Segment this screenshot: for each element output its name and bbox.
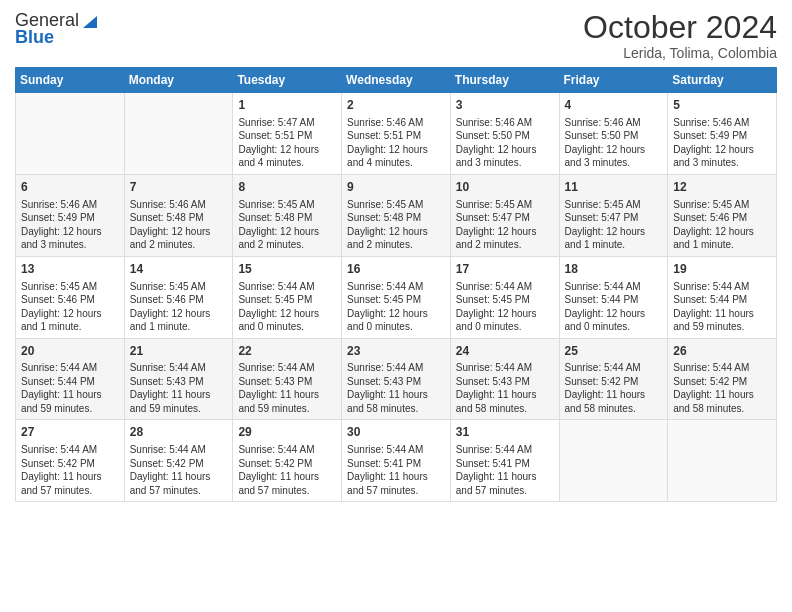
day-info: Sunrise: 5:44 AMSunset: 5:42 PMDaylight:… xyxy=(565,361,663,415)
day-number: 21 xyxy=(130,343,228,360)
calendar-cell: 12Sunrise: 5:45 AMSunset: 5:46 PMDayligh… xyxy=(668,174,777,256)
day-info: Sunrise: 5:45 AMSunset: 5:48 PMDaylight:… xyxy=(238,198,336,252)
day-info: Sunrise: 5:44 AMSunset: 5:45 PMDaylight:… xyxy=(456,280,554,334)
day-info: Sunrise: 5:44 AMSunset: 5:42 PMDaylight:… xyxy=(130,443,228,497)
location: Lerida, Tolima, Colombia xyxy=(583,45,777,61)
logo-icon xyxy=(81,12,99,30)
day-info: Sunrise: 5:45 AMSunset: 5:46 PMDaylight:… xyxy=(21,280,119,334)
calendar-cell: 15Sunrise: 5:44 AMSunset: 5:45 PMDayligh… xyxy=(233,256,342,338)
day-info: Sunrise: 5:44 AMSunset: 5:45 PMDaylight:… xyxy=(347,280,445,334)
calendar-cell: 22Sunrise: 5:44 AMSunset: 5:43 PMDayligh… xyxy=(233,338,342,420)
day-info: Sunrise: 5:47 AMSunset: 5:51 PMDaylight:… xyxy=(238,116,336,170)
day-number: 27 xyxy=(21,424,119,441)
calendar-header-row: SundayMondayTuesdayWednesdayThursdayFrid… xyxy=(16,68,777,93)
day-info: Sunrise: 5:46 AMSunset: 5:50 PMDaylight:… xyxy=(456,116,554,170)
day-info: Sunrise: 5:46 AMSunset: 5:49 PMDaylight:… xyxy=(21,198,119,252)
calendar-cell: 20Sunrise: 5:44 AMSunset: 5:44 PMDayligh… xyxy=(16,338,125,420)
day-number: 7 xyxy=(130,179,228,196)
day-info: Sunrise: 5:46 AMSunset: 5:50 PMDaylight:… xyxy=(565,116,663,170)
month-title: October 2024 xyxy=(583,10,777,45)
day-number: 8 xyxy=(238,179,336,196)
calendar-cell: 17Sunrise: 5:44 AMSunset: 5:45 PMDayligh… xyxy=(450,256,559,338)
calendar-table: SundayMondayTuesdayWednesdayThursdayFrid… xyxy=(15,67,777,502)
calendar-cell: 21Sunrise: 5:44 AMSunset: 5:43 PMDayligh… xyxy=(124,338,233,420)
day-number: 5 xyxy=(673,97,771,114)
day-number: 19 xyxy=(673,261,771,278)
day-number: 25 xyxy=(565,343,663,360)
header-right: October 2024 Lerida, Tolima, Colombia xyxy=(583,10,777,61)
day-number: 3 xyxy=(456,97,554,114)
calendar-cell: 18Sunrise: 5:44 AMSunset: 5:44 PMDayligh… xyxy=(559,256,668,338)
calendar-week-row: 1Sunrise: 5:47 AMSunset: 5:51 PMDaylight… xyxy=(16,93,777,175)
day-info: Sunrise: 5:45 AMSunset: 5:47 PMDaylight:… xyxy=(565,198,663,252)
calendar-day-header: Sunday xyxy=(16,68,125,93)
day-info: Sunrise: 5:44 AMSunset: 5:41 PMDaylight:… xyxy=(347,443,445,497)
calendar-cell: 26Sunrise: 5:44 AMSunset: 5:42 PMDayligh… xyxy=(668,338,777,420)
day-number: 28 xyxy=(130,424,228,441)
day-info: Sunrise: 5:46 AMSunset: 5:51 PMDaylight:… xyxy=(347,116,445,170)
day-number: 30 xyxy=(347,424,445,441)
calendar-cell: 8Sunrise: 5:45 AMSunset: 5:48 PMDaylight… xyxy=(233,174,342,256)
day-number: 17 xyxy=(456,261,554,278)
day-number: 18 xyxy=(565,261,663,278)
day-number: 20 xyxy=(21,343,119,360)
day-number: 14 xyxy=(130,261,228,278)
calendar-cell: 24Sunrise: 5:44 AMSunset: 5:43 PMDayligh… xyxy=(450,338,559,420)
day-info: Sunrise: 5:45 AMSunset: 5:46 PMDaylight:… xyxy=(673,198,771,252)
calendar-day-header: Friday xyxy=(559,68,668,93)
day-info: Sunrise: 5:45 AMSunset: 5:48 PMDaylight:… xyxy=(347,198,445,252)
day-number: 12 xyxy=(673,179,771,196)
calendar-week-row: 13Sunrise: 5:45 AMSunset: 5:46 PMDayligh… xyxy=(16,256,777,338)
day-number: 11 xyxy=(565,179,663,196)
calendar-cell: 2Sunrise: 5:46 AMSunset: 5:51 PMDaylight… xyxy=(342,93,451,175)
calendar-cell xyxy=(668,420,777,502)
day-number: 2 xyxy=(347,97,445,114)
calendar-cell: 11Sunrise: 5:45 AMSunset: 5:47 PMDayligh… xyxy=(559,174,668,256)
calendar-cell: 30Sunrise: 5:44 AMSunset: 5:41 PMDayligh… xyxy=(342,420,451,502)
calendar-cell xyxy=(559,420,668,502)
calendar-day-header: Thursday xyxy=(450,68,559,93)
day-number: 15 xyxy=(238,261,336,278)
calendar-cell: 4Sunrise: 5:46 AMSunset: 5:50 PMDaylight… xyxy=(559,93,668,175)
calendar-day-header: Saturday xyxy=(668,68,777,93)
calendar-cell xyxy=(16,93,125,175)
day-number: 31 xyxy=(456,424,554,441)
page: General Blue October 2024 Lerida, Tolima… xyxy=(0,0,792,612)
calendar-cell: 7Sunrise: 5:46 AMSunset: 5:48 PMDaylight… xyxy=(124,174,233,256)
calendar-week-row: 20Sunrise: 5:44 AMSunset: 5:44 PMDayligh… xyxy=(16,338,777,420)
calendar-cell: 28Sunrise: 5:44 AMSunset: 5:42 PMDayligh… xyxy=(124,420,233,502)
day-info: Sunrise: 5:44 AMSunset: 5:43 PMDaylight:… xyxy=(456,361,554,415)
day-number: 9 xyxy=(347,179,445,196)
logo-blue-text: Blue xyxy=(15,27,54,48)
day-number: 29 xyxy=(238,424,336,441)
calendar-cell: 13Sunrise: 5:45 AMSunset: 5:46 PMDayligh… xyxy=(16,256,125,338)
day-info: Sunrise: 5:44 AMSunset: 5:42 PMDaylight:… xyxy=(238,443,336,497)
calendar-cell: 29Sunrise: 5:44 AMSunset: 5:42 PMDayligh… xyxy=(233,420,342,502)
day-number: 23 xyxy=(347,343,445,360)
calendar-cell: 9Sunrise: 5:45 AMSunset: 5:48 PMDaylight… xyxy=(342,174,451,256)
day-info: Sunrise: 5:46 AMSunset: 5:49 PMDaylight:… xyxy=(673,116,771,170)
calendar-cell: 5Sunrise: 5:46 AMSunset: 5:49 PMDaylight… xyxy=(668,93,777,175)
day-info: Sunrise: 5:44 AMSunset: 5:42 PMDaylight:… xyxy=(21,443,119,497)
day-info: Sunrise: 5:44 AMSunset: 5:41 PMDaylight:… xyxy=(456,443,554,497)
calendar-day-header: Tuesday xyxy=(233,68,342,93)
day-number: 26 xyxy=(673,343,771,360)
day-info: Sunrise: 5:44 AMSunset: 5:44 PMDaylight:… xyxy=(565,280,663,334)
day-number: 1 xyxy=(238,97,336,114)
day-number: 24 xyxy=(456,343,554,360)
calendar-cell: 16Sunrise: 5:44 AMSunset: 5:45 PMDayligh… xyxy=(342,256,451,338)
calendar-cell: 14Sunrise: 5:45 AMSunset: 5:46 PMDayligh… xyxy=(124,256,233,338)
day-info: Sunrise: 5:44 AMSunset: 5:44 PMDaylight:… xyxy=(21,361,119,415)
calendar-cell: 1Sunrise: 5:47 AMSunset: 5:51 PMDaylight… xyxy=(233,93,342,175)
calendar-cell: 23Sunrise: 5:44 AMSunset: 5:43 PMDayligh… xyxy=(342,338,451,420)
day-number: 4 xyxy=(565,97,663,114)
day-info: Sunrise: 5:44 AMSunset: 5:45 PMDaylight:… xyxy=(238,280,336,334)
calendar-day-header: Monday xyxy=(124,68,233,93)
day-number: 16 xyxy=(347,261,445,278)
day-info: Sunrise: 5:44 AMSunset: 5:43 PMDaylight:… xyxy=(347,361,445,415)
day-info: Sunrise: 5:44 AMSunset: 5:43 PMDaylight:… xyxy=(238,361,336,415)
calendar-week-row: 6Sunrise: 5:46 AMSunset: 5:49 PMDaylight… xyxy=(16,174,777,256)
header: General Blue October 2024 Lerida, Tolima… xyxy=(15,10,777,61)
calendar-cell: 6Sunrise: 5:46 AMSunset: 5:49 PMDaylight… xyxy=(16,174,125,256)
day-info: Sunrise: 5:44 AMSunset: 5:42 PMDaylight:… xyxy=(673,361,771,415)
